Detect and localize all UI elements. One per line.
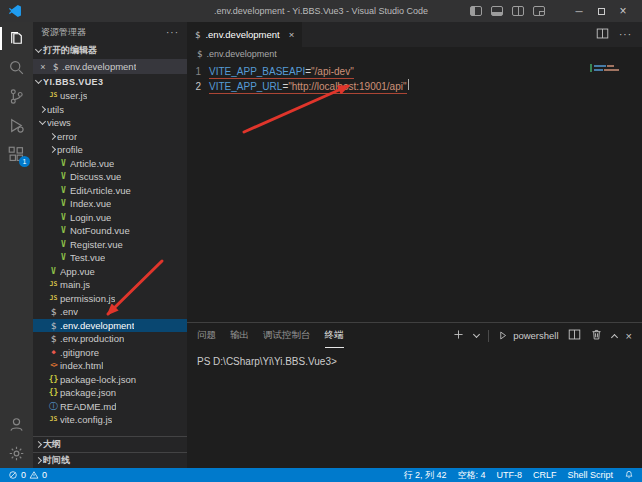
tree-item[interactable]: VDiscuss.vue (33, 170, 187, 184)
tree-item[interactable]: VIndex.vue (33, 197, 187, 211)
maximize-panel-icon[interactable] (611, 333, 618, 340)
tree-item[interactable]: VApp.vue (33, 265, 187, 279)
tree-item[interactable]: ⓘREADME.md (33, 400, 187, 414)
vue-file-icon: V (57, 170, 70, 184)
timeline-section[interactable]: 时间线 (33, 452, 187, 468)
toggle-panel-icon[interactable] (491, 6, 503, 16)
window-title: .env.development - Yi.BBS.Vue3 - Visual … (214, 6, 428, 16)
env-file-icon: $ (47, 319, 60, 333)
open-editor-item[interactable]: × $ .env.development (33, 59, 187, 74)
language-mode-status[interactable]: Shell Script (567, 470, 613, 480)
chevron-right-icon[interactable] (47, 130, 57, 144)
env-file-icon: $ (47, 305, 60, 319)
account-icon[interactable] (0, 410, 33, 439)
json-file-icon: {} (47, 386, 60, 400)
outline-section[interactable]: 大纲 (33, 436, 187, 452)
close-panel-icon[interactable]: × (626, 330, 632, 342)
tree-item[interactable]: views (33, 116, 187, 130)
split-terminal-icon[interactable] (568, 328, 581, 343)
tree-item[interactable]: JSvite.config.js (33, 413, 187, 427)
toggle-sidebar-icon[interactable] (470, 6, 482, 16)
tree-item[interactable]: $.env.production (33, 332, 187, 346)
new-terminal-icon[interactable] (452, 328, 465, 343)
terminal-output[interactable]: PS D:\CSharp\Yi\Yi.BBS.Vue3> (187, 348, 642, 468)
close-tab-icon[interactable]: × (289, 29, 295, 40)
tree-item[interactable]: profile (33, 143, 187, 157)
tree-item[interactable]: VNotFound.vue (33, 224, 187, 238)
run-debug-icon[interactable] (0, 111, 33, 140)
cursor-position-status[interactable]: 行 2, 列 42 (403, 469, 446, 482)
indent-spacer (37, 305, 47, 319)
code-line[interactable]: 2 VITE_APP_URL="http://localhost:19001/a… (187, 79, 642, 94)
extensions-badge: 1 (19, 156, 30, 167)
eol-status[interactable]: CRLF (533, 470, 557, 480)
tree-item[interactable]: VArticle.vue (33, 157, 187, 171)
indent-spacer (47, 238, 57, 252)
minimap[interactable] (590, 64, 630, 72)
panel-tab[interactable]: 输出 (230, 323, 249, 348)
editor-more-actions-icon[interactable]: ··· (619, 29, 632, 40)
tree-item[interactable]: JSmain.js (33, 278, 187, 292)
tree-item[interactable]: VLogin.vue (33, 211, 187, 225)
sidebar-title: 资源管理器 (41, 26, 86, 39)
source-control-icon[interactable] (0, 82, 33, 111)
tree-item-label: App.vue (60, 265, 95, 279)
vscode-logo-icon[interactable] (8, 4, 22, 18)
tree-item[interactable]: {}package-lock.json (33, 373, 187, 387)
vue-file-icon: V (57, 197, 70, 211)
tree-item-label: README.md (60, 400, 116, 414)
terminal-instance-powershell[interactable]: powershell (498, 330, 558, 341)
tree-item-label: index.html (60, 359, 103, 373)
settings-gear-icon[interactable] (0, 439, 33, 468)
problems-status[interactable]: 0 0 (8, 470, 47, 480)
explorer-icon[interactable] (0, 24, 33, 53)
tree-item[interactable]: JSpermission.js (33, 292, 187, 306)
panel-tab[interactable]: 终端 (325, 323, 344, 348)
tree-item[interactable]: ◆.gitignore (33, 346, 187, 360)
split-editor-icon[interactable] (596, 27, 609, 42)
chevron-right-icon[interactable] (47, 143, 57, 157)
tree-item[interactable]: $.env (33, 305, 187, 319)
indent-spacer (47, 197, 57, 211)
panel-tab[interactable]: 调试控制台 (263, 323, 311, 348)
tree-item-label: Register.vue (70, 238, 123, 252)
kill-terminal-icon[interactable] (590, 328, 603, 343)
maximize-button[interactable] (590, 0, 612, 22)
panel-tab[interactable]: 问题 (197, 323, 216, 348)
tree-item[interactable]: VTest.vue (33, 251, 187, 265)
tree-item[interactable]: JSuser.js (33, 89, 187, 103)
tree-item[interactable]: VEditArticle.vue (33, 184, 187, 198)
tree-item-label: package.json (60, 386, 116, 400)
notifications-bell-icon[interactable] (624, 470, 634, 480)
tree-item[interactable]: {}package.json (33, 386, 187, 400)
code-editor[interactable]: 1 VITE_APP_BASEAPI="/api-dev" 2 VITE_APP… (187, 61, 642, 322)
extensions-icon[interactable]: 1 (0, 140, 33, 169)
encoding-status[interactable]: UTF-8 (496, 470, 522, 480)
tree-item-label: EditArticle.vue (70, 184, 131, 198)
chevron-down-icon[interactable] (37, 116, 47, 130)
customize-layout-icon[interactable] (533, 6, 545, 16)
code-line[interactable]: 1 VITE_APP_BASEAPI="/api-dev" (187, 64, 642, 79)
open-editors-section[interactable]: 打开的编辑器 (33, 42, 187, 59)
chevron-right-icon (33, 453, 43, 468)
search-icon[interactable] (0, 53, 33, 82)
tree-item[interactable]: utils (33, 103, 187, 117)
tree-item[interactable]: VRegister.vue (33, 238, 187, 252)
sidebar-more-actions-icon[interactable]: ··· (166, 27, 179, 38)
close-editor-icon[interactable]: × (37, 62, 49, 72)
project-section[interactable]: YI.BBS.VUE3 (33, 74, 187, 89)
indent-spacer (47, 184, 57, 198)
minimize-button[interactable]: ─ (568, 0, 590, 22)
breadcrumb[interactable]: $ .env.development (187, 47, 642, 61)
toggle-secondary-sidebar-icon[interactable] (512, 6, 524, 16)
tab-env-development[interactable]: $ .env.development × (187, 22, 302, 47)
tree-item[interactable]: <>index.html (33, 359, 187, 373)
env-file-icon: $ (195, 30, 200, 40)
indentation-status[interactable]: 空格: 4 (457, 469, 485, 482)
close-window-button[interactable]: × (612, 0, 634, 22)
chevron-right-icon[interactable] (37, 103, 47, 117)
tree-item[interactable]: $.env.development (33, 319, 187, 333)
tree-item-label: .env.development (60, 319, 134, 333)
terminal-profile-chevron-icon[interactable] (473, 331, 480, 338)
tree-item[interactable]: error (33, 130, 187, 144)
